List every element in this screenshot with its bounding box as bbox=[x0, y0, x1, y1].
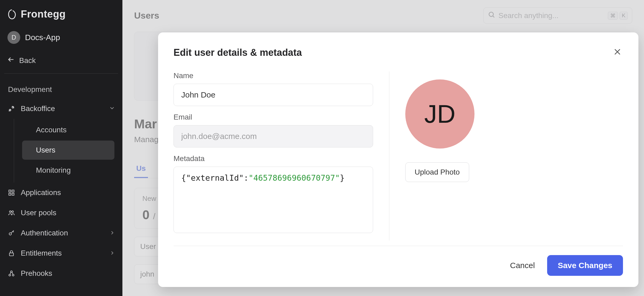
back-button[interactable]: Back bbox=[0, 49, 122, 72]
modal-title: Edit user details & metadata bbox=[174, 47, 302, 58]
sidebar-item-label: Prehooks bbox=[21, 269, 52, 278]
grid-icon bbox=[7, 189, 15, 197]
chevron-down-icon bbox=[109, 104, 115, 113]
cancel-button[interactable]: Cancel bbox=[507, 257, 538, 274]
sidebar-item-authentication[interactable]: Authentication bbox=[0, 223, 122, 243]
svg-rect-3 bbox=[9, 190, 11, 192]
json-brace-close: } bbox=[340, 173, 345, 183]
json-key: "externalId" bbox=[186, 173, 244, 183]
svg-rect-6 bbox=[12, 193, 14, 195]
metadata-input[interactable]: {"externalId":"46578696960670797"} bbox=[174, 167, 373, 233]
name-input[interactable] bbox=[174, 84, 373, 106]
sidebar-item-entitlements[interactable]: Entitlements bbox=[0, 243, 122, 263]
svg-rect-4 bbox=[12, 190, 14, 192]
brand-name: Frontegg bbox=[21, 9, 66, 20]
chevron-right-icon bbox=[110, 229, 115, 237]
photo-column: JD Upload Photo bbox=[405, 71, 623, 240]
close-button[interactable] bbox=[612, 46, 623, 59]
upload-photo-button[interactable]: Upload Photo bbox=[405, 162, 469, 182]
sidebar-item-label: Backoffice bbox=[21, 104, 55, 113]
chevron-right-icon bbox=[110, 249, 115, 257]
svg-point-7 bbox=[9, 211, 11, 213]
modal-body: Name Email Metadata {"externalId":"46578… bbox=[174, 71, 623, 240]
sidebar-item-label: Authentication bbox=[21, 229, 68, 237]
svg-point-9 bbox=[9, 233, 11, 235]
field-metadata: Metadata {"externalId":"4657869696067079… bbox=[174, 154, 373, 233]
avatar-initials: JD bbox=[424, 99, 455, 129]
sidebar-item-monitoring[interactable]: Monitoring bbox=[22, 161, 114, 180]
sidebar-item-applications[interactable]: Applications bbox=[0, 183, 122, 203]
sidebar-item-label: Applications bbox=[21, 188, 61, 197]
user-avatar: JD bbox=[405, 79, 474, 149]
environment-label[interactable]: Development bbox=[0, 81, 122, 99]
metadata-label: Metadata bbox=[174, 154, 373, 163]
json-value: "46578696960670797" bbox=[249, 173, 340, 183]
sidebar-item-label: User pools bbox=[21, 209, 56, 217]
brand: Frontegg bbox=[0, 3, 122, 27]
vertical-separator bbox=[389, 71, 389, 240]
users-icon bbox=[7, 209, 15, 217]
field-name: Name bbox=[174, 71, 373, 106]
name-label: Name bbox=[174, 71, 373, 80]
svg-point-11 bbox=[9, 274, 11, 276]
email-label: Email bbox=[174, 113, 373, 121]
app-avatar: D bbox=[7, 31, 20, 44]
sidebar-item-prehooks[interactable]: Prehooks bbox=[0, 263, 122, 284]
email-input bbox=[174, 125, 373, 147]
json-brace-open: { bbox=[181, 173, 186, 183]
sidebar-item-backoffice[interactable]: Backoffice bbox=[0, 99, 122, 119]
svg-point-8 bbox=[12, 211, 14, 213]
sidebar-item-label: Entitlements bbox=[21, 249, 62, 257]
divider bbox=[4, 73, 118, 74]
save-button[interactable]: Save Changes bbox=[547, 255, 623, 276]
sidebar-item-accounts[interactable]: Accounts bbox=[22, 120, 114, 139]
modal-footer: Cancel Save Changes bbox=[174, 246, 623, 276]
back-label: Back bbox=[19, 56, 36, 65]
svg-rect-5 bbox=[9, 193, 11, 195]
edit-user-modal: Edit user details & metadata Name Email … bbox=[158, 32, 638, 287]
lock-icon bbox=[7, 249, 15, 257]
tools-icon bbox=[7, 105, 15, 113]
svg-rect-10 bbox=[9, 253, 13, 256]
sidebar-item-user-pools[interactable]: User pools bbox=[0, 203, 122, 223]
sidebar: Frontegg D Docs-App Back Development Bac… bbox=[0, 0, 122, 296]
form-column: Name Email Metadata {"externalId":"46578… bbox=[174, 71, 373, 240]
arrow-left-icon bbox=[7, 56, 14, 65]
backoffice-subnav: Accounts Users Monitoring bbox=[14, 119, 122, 183]
app-name: Docs-App bbox=[25, 33, 60, 42]
frontegg-logo-icon bbox=[7, 9, 16, 20]
sidebar-item-users[interactable]: Users bbox=[22, 141, 114, 160]
json-colon: : bbox=[244, 173, 249, 183]
app-selector[interactable]: D Docs-App bbox=[0, 27, 122, 49]
webhook-icon bbox=[7, 269, 15, 277]
modal-header: Edit user details & metadata bbox=[174, 46, 623, 59]
svg-point-12 bbox=[12, 274, 14, 276]
close-icon bbox=[613, 48, 621, 58]
key-icon bbox=[7, 229, 15, 237]
field-email: Email bbox=[174, 113, 373, 147]
